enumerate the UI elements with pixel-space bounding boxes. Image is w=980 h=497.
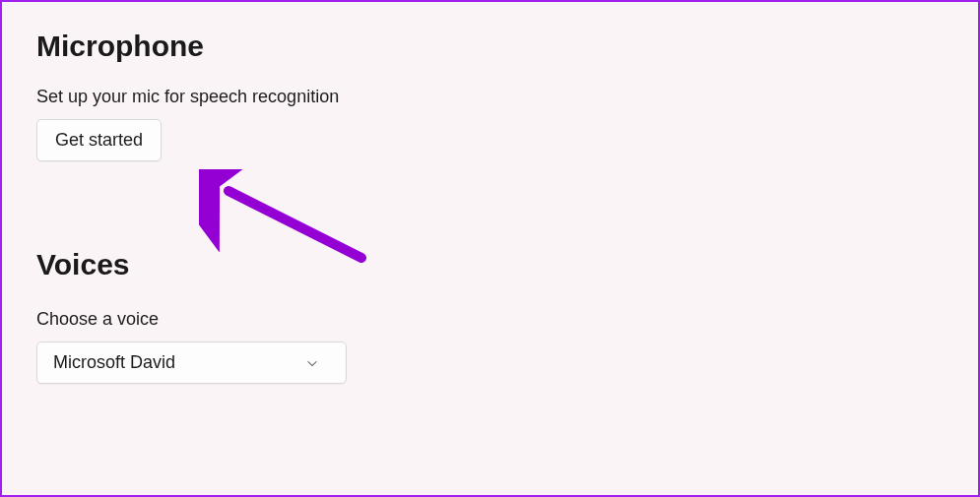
voices-heading: Voices xyxy=(36,248,944,281)
get-started-button[interactable]: Get started xyxy=(36,119,162,161)
voice-select[interactable]: Microsoft David xyxy=(36,342,347,384)
choose-voice-label: Choose a voice xyxy=(36,309,944,330)
microphone-description: Set up your mic for speech recognition xyxy=(36,87,944,107)
microphone-heading: Microphone xyxy=(36,30,944,63)
voice-select-value: Microsoft David xyxy=(53,352,304,373)
chevron-down-icon xyxy=(304,355,320,371)
